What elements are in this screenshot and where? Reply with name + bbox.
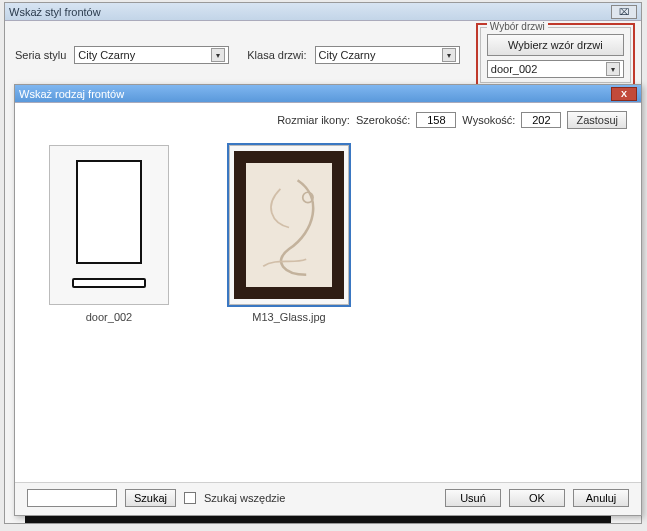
parent-close-button[interactable]: ⌧ [611,5,637,19]
door-line-icon [72,160,146,290]
height-label: Wysokość: [462,114,515,126]
door-group-legend: Wybór drzwi [487,21,548,32]
child-title: Wskaż rodzaj frontów [19,88,124,100]
choose-door-button[interactable]: Wybierz wzór drzwi [487,34,624,56]
close-icon: X [621,89,627,99]
series-value: City Czarny [78,49,211,61]
chevron-down-icon[interactable]: ▾ [442,48,456,62]
thumb-label: door_002 [49,311,169,323]
list-item[interactable]: door_002 [49,145,169,323]
child-dialog: Wskaż rodzaj frontów X Rozmiar ikony: Sz… [14,84,642,516]
thumb-label: M13_Glass.jpg [229,311,349,323]
door-combo[interactable]: door_002 ▾ [487,60,624,78]
height-input[interactable] [521,112,561,128]
search-all-checkbox[interactable] [184,492,196,504]
parent-title: Wskaż styl frontów [9,6,101,18]
door-thumbnail[interactable] [229,145,349,305]
door-thumbnail[interactable] [49,145,169,305]
search-input[interactable] [27,489,117,507]
width-input[interactable] [416,112,456,128]
apply-button[interactable]: Zastosuj [567,111,627,129]
series-label: Seria stylu [15,49,66,61]
delete-label: Usuń [460,492,486,504]
icon-size-row: Rozmiar ikony: Szerokość: Wysokość: Zast… [15,103,641,135]
parent-titlebar: Wskaż styl frontów ⌧ [5,3,641,21]
delete-button[interactable]: Usuń [445,489,501,507]
ok-label: OK [529,492,545,504]
class-value: City Czarny [319,49,442,61]
bottom-toolbar: Szukaj Szukaj wszędzie Usuń OK Anuluj [15,482,641,515]
ok-button[interactable]: OK [509,489,565,507]
cancel-button[interactable]: Anuluj [573,489,629,507]
child-titlebar: Wskaż rodzaj frontów X [15,85,641,103]
class-combo[interactable]: City Czarny ▾ [315,46,460,64]
chevron-down-icon[interactable]: ▾ [606,62,620,76]
list-item[interactable]: M13_Glass.jpg [229,145,349,323]
door-combo-value: door_002 [491,63,606,75]
door-photo-icon [234,151,344,299]
icon-size-label: Rozmiar ikony: [277,114,350,126]
search-all-label: Szukaj wszędzie [204,492,285,504]
thumbnail-gallery: door_002 M13_Glass.jpg [15,135,641,482]
close-icon: ⌧ [619,7,629,17]
search-button[interactable]: Szukaj [125,489,176,507]
class-label: Klasa drzwi: [247,49,306,61]
cancel-label: Anuluj [586,492,617,504]
width-label: Szerokość: [356,114,410,126]
door-choice-group: Wybór drzwi Wybierz wzór drzwi door_002 … [480,27,631,83]
choose-door-label: Wybierz wzór drzwi [508,39,603,51]
chevron-down-icon[interactable]: ▾ [211,48,225,62]
search-label: Szukaj [134,492,167,504]
apply-label: Zastosuj [576,114,618,126]
series-combo[interactable]: City Czarny ▾ [74,46,229,64]
child-close-button[interactable]: X [611,87,637,101]
